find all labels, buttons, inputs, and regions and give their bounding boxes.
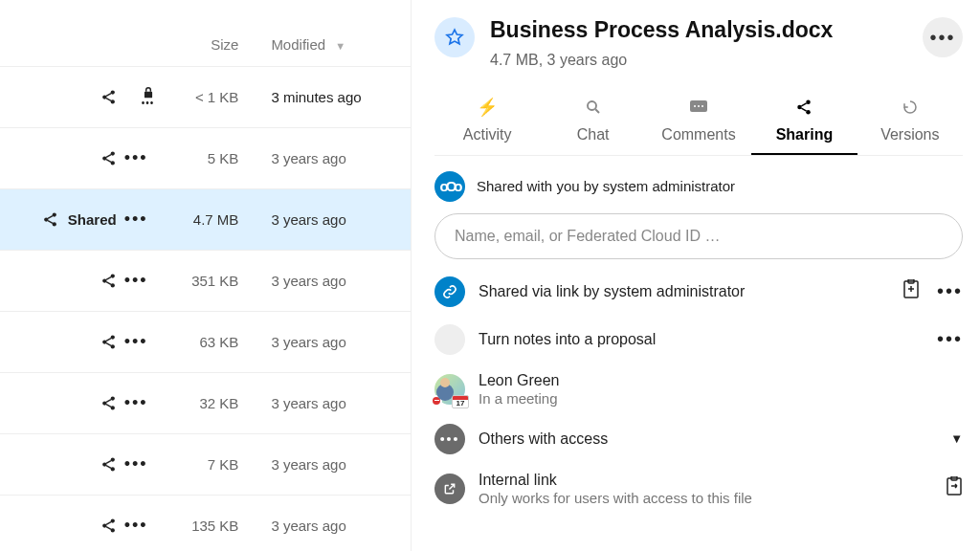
svg-line-42: [595, 109, 599, 113]
svg-point-32: [102, 462, 106, 466]
svg-point-28: [110, 406, 114, 409]
file-row[interactable]: •••32 KB3 years ago: [0, 373, 411, 434]
svg-point-33: [110, 467, 114, 471]
tab-comments[interactable]: Comments: [646, 98, 751, 155]
link-icon: [434, 276, 465, 307]
tab-comments-label: Comments: [661, 126, 735, 143]
tab-versions[interactable]: Versions: [858, 98, 963, 155]
dnd-status-icon: [431, 395, 442, 407]
others-entry[interactable]: ••• Others with access ▼: [434, 424, 963, 454]
svg-point-31: [110, 457, 114, 461]
svg-point-38: [110, 528, 114, 532]
file-row[interactable]: •••< 1 KB3 minutes ago: [0, 67, 411, 128]
others-icon: •••: [434, 424, 465, 454]
svg-line-25: [106, 343, 111, 346]
svg-point-27: [102, 401, 106, 405]
history-icon: [902, 98, 919, 117]
share-search-input[interactable]: [434, 213, 963, 259]
svg-point-36: [110, 518, 114, 522]
share-icon: [795, 98, 813, 117]
file-row[interactable]: •••135 KB3 years ago: [0, 496, 411, 551]
svg-point-17: [102, 278, 106, 282]
file-row[interactable]: •••351 KB3 years ago: [0, 251, 411, 312]
svg-point-45: [698, 105, 700, 107]
tab-sharing-label: Sharing: [776, 126, 834, 143]
tab-activity[interactable]: ⚡ Activity: [434, 98, 540, 155]
svg-line-14: [48, 216, 53, 219]
svg-line-20: [106, 282, 111, 285]
file-modified: 3 years ago: [248, 211, 411, 228]
row-more-icon[interactable]: •••: [124, 271, 148, 290]
share-icon[interactable]: [42, 211, 58, 228]
row-more-icon[interactable]: •••: [124, 393, 148, 412]
file-title: Business Process Analysis.docx: [490, 17, 833, 44]
file-modified: 3 years ago: [248, 150, 411, 166]
row-more-icon[interactable]: •••: [124, 454, 148, 474]
svg-point-49: [807, 110, 812, 115]
file-modified: 3 years ago: [248, 273, 411, 289]
lock-icon[interactable]: •••: [124, 86, 172, 108]
file-row[interactable]: •••5 KB3 years ago: [0, 128, 411, 189]
link-share-more-icon[interactable]: •••: [937, 280, 963, 302]
user-name: Leon Green: [479, 372, 963, 389]
share-icon[interactable]: [100, 150, 117, 166]
svg-point-22: [102, 340, 106, 343]
file-row[interactable]: Shared•••4.7 MB3 years ago: [0, 189, 411, 251]
shared-by-text: Shared with you by system administrator: [477, 178, 735, 194]
share-icon[interactable]: [100, 273, 117, 289]
svg-line-50: [802, 102, 807, 105]
svg-point-44: [694, 105, 696, 107]
share-icon[interactable]: [100, 89, 117, 105]
svg-point-13: [52, 222, 56, 226]
file-size: 7 KB: [172, 456, 249, 473]
internal-link-entry: Internal link Only works for users with …: [434, 472, 963, 506]
favorite-toggle[interactable]: [434, 17, 475, 57]
row-more-icon[interactable]: •••: [124, 516, 148, 535]
svg-point-2: [110, 99, 114, 103]
header-modified[interactable]: Modified ▼: [248, 36, 411, 53]
file-modified: 3 years ago: [248, 518, 411, 534]
file-size: 135 KB: [172, 518, 249, 534]
tab-sharing[interactable]: Sharing: [751, 98, 857, 155]
row-more-icon[interactable]: •••: [124, 332, 148, 351]
file-size: < 1 KB: [172, 89, 249, 105]
header-size[interactable]: Size: [172, 36, 249, 53]
shared-by-row: oOo Shared with you by system administra…: [434, 171, 963, 202]
svg-point-12: [44, 217, 48, 221]
file-row[interactable]: •••7 KB3 years ago: [0, 434, 411, 496]
internal-link-title: Internal link: [479, 472, 932, 489]
svg-line-4: [106, 99, 111, 101]
share-icon[interactable]: [100, 518, 117, 534]
file-size: 5 KB: [172, 150, 249, 166]
row-more-icon[interactable]: •••: [124, 209, 148, 229]
clipboard-icon[interactable]: [902, 279, 920, 303]
file-size: 351 KB: [172, 273, 249, 289]
more-actions-button[interactable]: •••: [923, 17, 963, 57]
svg-point-23: [110, 344, 114, 348]
file-row[interactable]: •••63 KB3 years ago: [0, 312, 411, 373]
tab-chat[interactable]: Chat: [540, 98, 645, 155]
svg-point-41: [588, 101, 596, 110]
file-size: 63 KB: [172, 334, 249, 350]
proposal-avatar: [434, 324, 465, 355]
share-icon[interactable]: [100, 456, 117, 473]
tab-chat-label: Chat: [577, 126, 610, 143]
svg-point-7: [102, 156, 106, 160]
svg-point-8: [110, 161, 114, 165]
svg-point-1: [102, 95, 106, 99]
share-icon[interactable]: [100, 334, 117, 350]
svg-line-10: [106, 160, 111, 163]
svg-point-21: [110, 335, 114, 339]
file-modified: 3 years ago: [248, 456, 411, 473]
file-list-header: Size Modified ▼: [0, 0, 411, 67]
share-icon[interactable]: [100, 395, 117, 411]
sort-desc-icon: ▼: [335, 40, 345, 52]
others-label: Others with access: [479, 430, 937, 448]
row-more-icon[interactable]: •••: [124, 148, 148, 167]
svg-line-30: [106, 405, 111, 408]
chevron-down-icon[interactable]: ▼: [950, 431, 963, 446]
svg-line-24: [106, 339, 111, 342]
user-avatar: 17: [434, 374, 465, 405]
internal-clipboard-icon[interactable]: [946, 476, 963, 500]
proposal-more-icon[interactable]: •••: [937, 328, 963, 350]
